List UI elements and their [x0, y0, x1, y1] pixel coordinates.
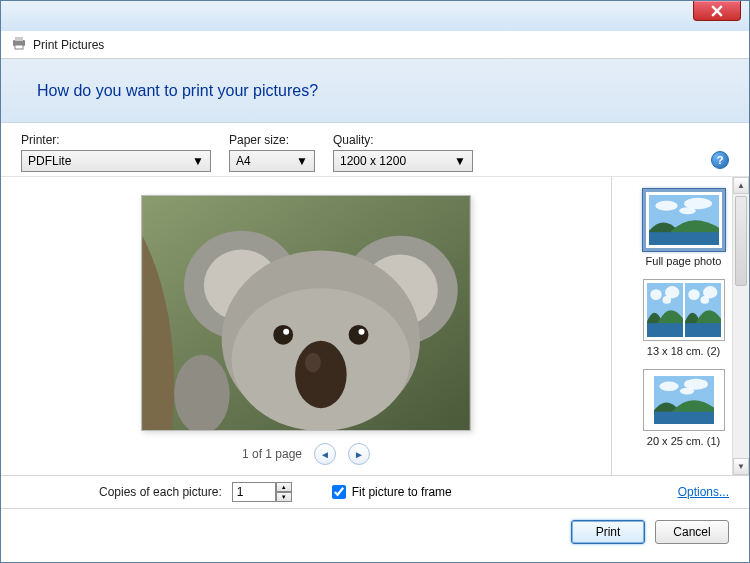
quality-select[interactable]: 1200 x 1200 ▼ [333, 150, 473, 172]
copies-label: Copies of each picture: [99, 485, 222, 499]
preview-pane: 1 of 1 page ◄ ► [1, 177, 611, 475]
paper-size-select[interactable]: A4 ▼ [229, 150, 315, 172]
layout-option-full-page[interactable]: Full page photo [618, 183, 749, 273]
fit-to-frame-checkbox[interactable]: Fit picture to frame [332, 485, 452, 499]
chevron-down-icon: ▼ [452, 154, 468, 168]
print-pictures-dialog: Print Pictures How do you want to print … [0, 0, 750, 563]
cancel-button[interactable]: Cancel [655, 520, 729, 544]
copies-spinner[interactable]: ▲ ▼ [232, 482, 292, 502]
svg-rect-21 [15, 37, 23, 41]
close-button[interactable] [693, 1, 741, 21]
header: Print Pictures [1, 31, 749, 59]
scroll-down-button[interactable]: ▼ [733, 458, 749, 475]
titlebar [1, 1, 749, 31]
help-icon[interactable]: ? [711, 151, 729, 169]
copies-down-button[interactable]: ▼ [276, 492, 292, 502]
fit-checkbox-input[interactable] [332, 485, 346, 499]
footer: Print Cancel [1, 509, 749, 555]
prompt-text: How do you want to print your pictures? [37, 82, 318, 100]
layout-option-13x18[interactable]: 13 x 18 cm. (2) [618, 273, 749, 363]
print-controls: Printer: PDFLite ▼ Paper size: A4 ▼ Qual… [1, 123, 749, 177]
layout-list: Full page photo 13 x 18 cm. (2) 20 x 25 … [611, 177, 749, 475]
page-status: 1 of 1 page [242, 447, 302, 461]
prev-page-button[interactable]: ◄ [314, 443, 336, 465]
options-row: Copies of each picture: ▲ ▼ Fit picture … [1, 475, 749, 509]
printer-icon [11, 35, 27, 54]
preview-image [141, 195, 471, 431]
paper-size-label: Paper size: [229, 133, 315, 147]
banner: How do you want to print your pictures? [1, 59, 749, 123]
scroll-up-button[interactable]: ▲ [733, 177, 749, 194]
main-area: 1 of 1 page ◄ ► Full page photo 13 x 18 … [1, 177, 749, 475]
next-page-button[interactable]: ► [348, 443, 370, 465]
copies-input[interactable] [232, 482, 276, 502]
chevron-down-icon: ▼ [294, 154, 310, 168]
print-button[interactable]: Print [571, 520, 645, 544]
svg-rect-22 [15, 45, 23, 49]
scroll-thumb[interactable] [735, 196, 747, 286]
printer-select[interactable]: PDFLite ▼ [21, 150, 211, 172]
layout-scrollbar[interactable]: ▲ ▼ [732, 177, 749, 475]
window-title: Print Pictures [33, 38, 104, 52]
copies-up-button[interactable]: ▲ [276, 482, 292, 492]
chevron-down-icon: ▼ [190, 154, 206, 168]
layout-option-20x25[interactable]: 20 x 25 cm. (1) [618, 363, 749, 453]
options-link[interactable]: Options... [678, 485, 729, 499]
printer-label: Printer: [21, 133, 211, 147]
quality-label: Quality: [333, 133, 473, 147]
pager: 1 of 1 page ◄ ► [242, 443, 370, 465]
